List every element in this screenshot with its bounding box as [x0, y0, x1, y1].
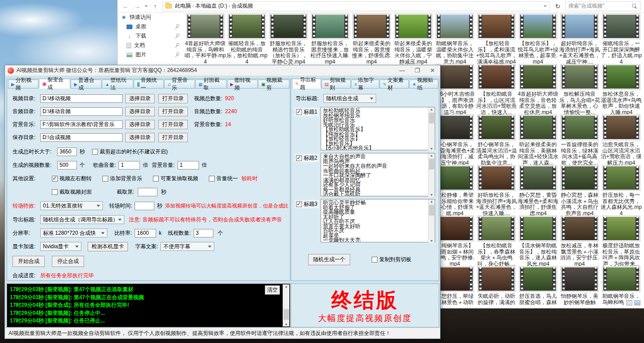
refresh-icon[interactable]: ↻ — [553, 3, 563, 10]
save-dir-open-button[interactable]: 打开目录 — [158, 133, 188, 142]
file-item[interactable]: 治愈失眠音乐，山区河流河水滔滔+莺歌燕语，缓解压力.mp4 — [601, 114, 642, 166]
flip-checkbox[interactable] — [52, 176, 58, 182]
volume-unify-checkbox[interactable] — [209, 176, 215, 182]
file-item[interactable]: 极度舒适助眠放松音乐，草原虫叫声＋阵阵风吹声，为你带来... — [601, 216, 642, 267]
video-dir-select-button[interactable]: 选择目录 — [125, 94, 155, 103]
file-item[interactable]: 舒压首选，鸟儿甜蜜合唱，森林 — [517, 266, 559, 305]
title1-checkbox[interactable] — [296, 109, 302, 115]
tab-bg-music[interactable]: ♫背景音乐 — [164, 80, 195, 89]
address-bar[interactable]: 此电脑›本地磁盘 (D:)›合成视频 — [162, 1, 550, 11]
copy-clipboard-checkbox[interactable] — [372, 257, 377, 263]
tab-fission-compose[interactable]: ▣裂变合成 — [39, 79, 70, 89]
maximize-icon[interactable]: ❐ — [410, 65, 425, 76]
scrollbar-thumb[interactable] — [429, 159, 434, 169]
up-icon[interactable]: ↑ — [151, 3, 160, 10]
audio-dir-open-button[interactable]: 打开目录 — [158, 107, 188, 116]
file-item[interactable]: 超好听纯音乐，海浪拍打声+海风+蓝天石滩景色，减压宁神.... — [559, 13, 600, 65]
bg-volume-input[interactable]: 1 — [178, 161, 199, 169]
file-item[interactable]: 静心冥想，森林小溪流水＋鸟虫共鸣，大自然疗愈声音.mp4 — [559, 165, 600, 216]
search-input[interactable]: 搜索"合成视频" — [565, 1, 640, 11]
breadcrumb-item[interactable]: 此电脑 — [174, 3, 192, 9]
file-item[interactable]: 静心冥想，黄昏海滩景色+柔和海浪拍打，舒缓焦虑.mp4 — [517, 165, 559, 216]
detect-gpu-button[interactable]: 检测本机显卡 — [88, 242, 128, 251]
trim-overflow-checkbox[interactable] — [92, 149, 98, 155]
scrollbar-thumb[interactable] — [429, 205, 434, 216]
file-item[interactable]: 【放松助眠音乐】，山区河流河水滔滔+莺歌燕语，快速入... — [476, 64, 517, 115]
tab-add-subtitle[interactable]: ≡添加字幕 — [351, 80, 379, 89]
export-title-select[interactable]: 随机组合生成（调用导出标题） — [40, 215, 124, 224]
recent-locations-icon[interactable] — [144, 5, 148, 7]
file-item[interactable]: 【放松轻音乐】，柔和溪流+悦耳鸟儿歌声，满满幸福感.mp4 — [476, 13, 517, 65]
file-item[interactable]: 一首旋律很美的纯音乐，绿林溪间水流+雀鸟高歌，使您完全... — [559, 114, 600, 166]
tab-wallpaper-play[interactable]: ▲壁纸玩法 — [102, 80, 133, 89]
title3-textarea[interactable]: 听完心灵平静舒畅 听着太舒服了 提高睡眠质量 太好听了 让人百听不厌 简直不要太… — [321, 199, 435, 242]
tab-audio-unify[interactable]: |||音频统一 — [134, 80, 164, 89]
sidebar-item-desktop[interactable]: 桌面 — [118, 22, 184, 31]
file-item[interactable]: 舒压放松，每一首都无比优秀，迷人森林风光.mp4 — [601, 165, 642, 216]
file-item[interactable]: 失眠必听，动听的旋律，满满的 — [476, 266, 517, 305]
scrollbar-thumb[interactable] — [284, 309, 289, 320]
address-dropdown-icon[interactable] — [543, 5, 547, 7]
video-dir-input[interactable]: D:\移动视频 — [40, 94, 123, 103]
tab-edit-rules[interactable]: ▤剪辑规则 — [322, 80, 351, 89]
tab-copy-material[interactable]: ✎文案素材 — [380, 80, 409, 89]
sidebar-item-quick-access[interactable]: ★ 快速访问 — [118, 13, 184, 22]
gpu-select[interactable]: Nvidia显卡 — [40, 242, 81, 251]
file-item[interactable]: 放松减压，冬林飘雪景色＋小溪涓涓，安宁舒压.mp4 — [559, 216, 600, 267]
bitrate-input[interactable]: 1600 — [135, 229, 156, 237]
file-item[interactable]: 怡静钢琴乐，美妙的钢琴曲触 — [559, 266, 600, 305]
breadcrumb-item[interactable]: 本地磁盘 (D:) — [195, 3, 228, 9]
tab-video-crop[interactable]: ▣视频裁剪 — [258, 80, 289, 89]
file-item[interactable]: 好听放松音乐，海浪拍打声+海风+蓝天石滩景色，快速入睡.... — [476, 165, 517, 216]
tab-img-to-video[interactable]: ▶图转视频 — [227, 80, 258, 89]
file-item[interactable]: 4首超好听大师级纯音乐，音色轻柔空灵悠远，放松休息.mp4 — [517, 64, 559, 115]
title2-checkbox[interactable] — [296, 155, 302, 161]
file-item[interactable]: 放松休息音乐，潺潺流水声+鸟鸣歌声，助你快速入睡.mp4 — [601, 64, 642, 115]
subtitle-select[interactable]: 不使用字幕 — [161, 242, 214, 251]
save-dir-input[interactable]: D:\合成视频 — [40, 133, 123, 142]
list-view-icon[interactable] — [626, 300, 632, 305]
random-generate-button[interactable]: 随机生成一个 — [308, 254, 350, 265]
sidebar-item-downloads[interactable]: ↓下载 — [118, 31, 184, 41]
file-item[interactable]: 【流水钢琴助眠音乐】，放松纯音乐，迷人森林风光.mp4 — [517, 216, 559, 267]
capture-cover-checkbox[interactable] — [52, 189, 58, 195]
textarea-scrollbar[interactable] — [428, 107, 435, 151]
log-console[interactable]: 17时29分03秒 [裂变视频]: 第47个视频正在选取素材17时29分03秒 … — [7, 284, 290, 327]
file-item[interactable]: 舒服放松音乐，精选竹笛音乐（放松音乐），平静心灵.mp4 — [268, 13, 309, 65]
file-item[interactable]: 舒服放松音乐，困意慢慢来，放松抒压快速入睡.mp4 — [309, 13, 351, 65]
thumbnail-view-icon[interactable] — [634, 300, 640, 305]
title1-textarea[interactable]: 放松助眠轻音乐 放松钢琴纯音乐 好听放松音乐 失眠治疗音乐 【放松助眠音乐】 【… — [321, 107, 435, 150]
clear-log-button[interactable]: 清空 — [265, 285, 280, 295]
sidebar-item-pictures[interactable]: 图片 — [118, 50, 184, 59]
bgm-dir-select-button[interactable]: 选择目录 — [125, 120, 155, 129]
tab-export-title[interactable]: ✎导出标题 — [292, 79, 321, 89]
resolution-select[interactable]: 标准 1280*720 合成快 — [40, 229, 107, 237]
file-item[interactable]: 放松解压纯音乐，鸟儿合唱+花草树木景色，心情愉悦一整... — [559, 64, 600, 115]
add-bgm-checkbox[interactable] — [102, 176, 108, 182]
file-item[interactable]: 4首超好听大师级纯音乐，鸟蝉和唱，平和平静.mp4 — [185, 13, 226, 65]
tab-normal-compose[interactable]: ▶普通合成 — [71, 80, 101, 89]
export-mode-select[interactable]: 随机组合生成 — [323, 94, 376, 103]
title2-textarea[interactable]: 来自大自然的声音 雨声鸟鸣声 一起聆听来自大自然的声音 当歌曲前奏响起 一开口就… — [321, 153, 435, 196]
breadcrumb-item[interactable]: 合成视频 — [231, 3, 254, 9]
duration-input[interactable]: 3650 — [57, 148, 77, 156]
video-count-input[interactable]: 500 — [57, 161, 77, 169]
save-dir-select-button[interactable]: 选择目录 — [125, 133, 155, 142]
file-item[interactable]: 听起来很柔美的纯音乐，温暖柴火伴你入眠，宁静减压.mp4 — [393, 13, 434, 65]
minimize-icon[interactable]: — — [394, 65, 410, 76]
start-compose-button[interactable]: 开始合成 — [13, 256, 45, 267]
repeat-checkbox[interactable] — [153, 176, 159, 182]
file-item[interactable]: 催眠纯音乐，一开口就深深陶醉了，舒适入眠.mp4 — [601, 13, 642, 65]
threads-input[interactable]: 3 — [194, 229, 213, 237]
tab-video-sticker[interactable]: ★视频贴纸 — [409, 80, 438, 89]
back-icon[interactable]: ← — [121, 3, 130, 10]
video-dir-open-button[interactable]: 打开目录 — [158, 94, 188, 103]
app-titlebar[interactable]: AI视频批量剪辑大师 微信公众号：唐易批量剪辑 官方客服QQ：264246895… — [5, 65, 440, 76]
transition-time-input[interactable] — [135, 202, 154, 210]
bgm-dir-input[interactable]: F:\剪辑软件演示教程\背景音乐 — [40, 120, 123, 129]
textarea-scrollbar[interactable] — [428, 153, 435, 197]
tab-split-video[interactable]: ▶分割视频 — [8, 80, 38, 89]
transition-select[interactable]: 01.无特效直接转 — [40, 201, 103, 210]
audio-dir-input[interactable]: D:\移动音频 — [40, 107, 123, 116]
tab-cover-capture[interactable]: ▦封面截取 — [195, 80, 227, 89]
